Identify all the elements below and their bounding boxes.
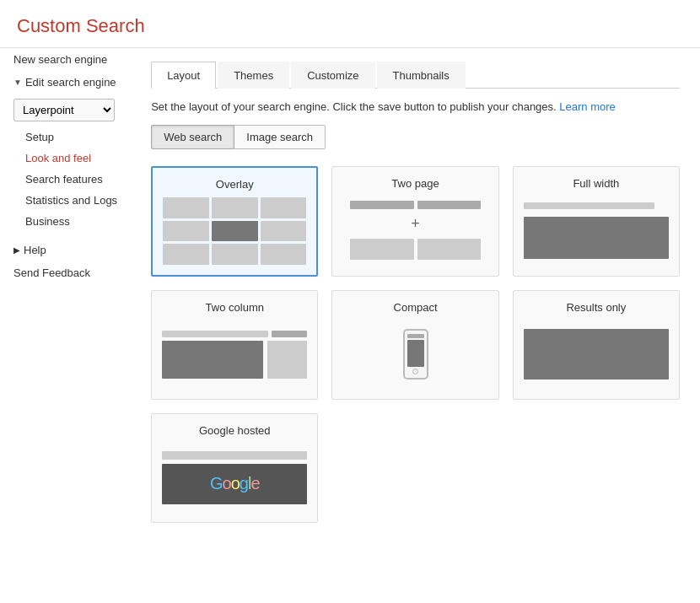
app-title: Custom Search: [0, 0, 700, 48]
sidebar-item-feedback[interactable]: Send Feedback: [0, 261, 131, 284]
help-arrow-icon: ▶: [13, 245, 20, 255]
tab-customize[interactable]: Customize: [291, 62, 374, 89]
tab-themes[interactable]: Themes: [218, 62, 289, 89]
sidebar: New search engine ▼ Edit search engine L…: [0, 48, 131, 596]
tabs-container: Layout Themes Customize Thumbnails: [151, 62, 680, 89]
layout-results-only-label: Results only: [524, 301, 669, 314]
sidebar-item-new-engine[interactable]: New search engine: [0, 48, 131, 71]
layout-google-hosted-label: Google hosted: [162, 424, 307, 437]
description-text: Set the layout of your search engine. Cl…: [151, 100, 680, 113]
layout-full-width[interactable]: Full width: [513, 166, 680, 277]
sidebar-item-help[interactable]: ▶ Help: [0, 239, 131, 261]
layout-overlay-label: Overlay: [163, 178, 306, 191]
engine-dropdown[interactable]: Layerpoint: [13, 99, 115, 121]
learn-more-link[interactable]: Learn more: [559, 100, 615, 113]
web-search-button[interactable]: Web search: [151, 125, 234, 149]
search-type-buttons: Web search Image search: [151, 125, 680, 149]
layout-compact[interactable]: Compact: [331, 290, 498, 400]
layout-grid: Overlay Two p: [151, 166, 680, 523]
tab-thumbnails[interactable]: Thumbnails: [377, 62, 466, 89]
layout-google-hosted[interactable]: Google hosted Google: [151, 413, 318, 523]
layout-full-width-label: Full width: [524, 177, 669, 190]
two-column-preview: [162, 320, 307, 388]
google-hosted-preview: Google: [162, 444, 307, 511]
sidebar-sub-item-search-features[interactable]: Search features: [0, 169, 131, 190]
overlay-preview: [163, 197, 306, 265]
arrow-icon: ▼: [13, 78, 22, 87]
sidebar-sub-item-business[interactable]: Business: [0, 211, 131, 232]
full-width-preview: [524, 197, 669, 264]
results-only-preview: [524, 320, 669, 388]
layout-two-page-label: Two page: [342, 177, 487, 190]
compact-preview: [342, 320, 487, 388]
image-search-button[interactable]: Image search: [234, 125, 326, 149]
content-area: Layout Themes Customize Thumbnails Set t…: [131, 48, 700, 596]
two-page-preview: +: [342, 197, 487, 264]
sidebar-sub-item-statistics[interactable]: Statistics and Logs: [0, 190, 131, 211]
engine-dropdown-container: Layerpoint: [13, 99, 117, 121]
layout-two-column-label: Two column: [162, 301, 307, 314]
layout-two-page[interactable]: Two page +: [331, 166, 498, 277]
tab-layout[interactable]: Layout: [151, 62, 216, 89]
layout-compact-label: Compact: [342, 301, 487, 314]
sidebar-sub-item-setup[interactable]: Setup: [0, 127, 131, 148]
help-label: Help: [24, 244, 46, 256]
layout-overlay[interactable]: Overlay: [151, 166, 318, 277]
layout-two-column[interactable]: Two column: [151, 290, 318, 400]
edit-section-label: Edit search engine: [25, 76, 116, 89]
sidebar-sub-item-look-and-feel[interactable]: Look and feel: [0, 148, 131, 169]
sidebar-edit-section-header[interactable]: ▼ Edit search engine: [0, 71, 131, 94]
layout-results-only[interactable]: Results only: [513, 290, 680, 400]
